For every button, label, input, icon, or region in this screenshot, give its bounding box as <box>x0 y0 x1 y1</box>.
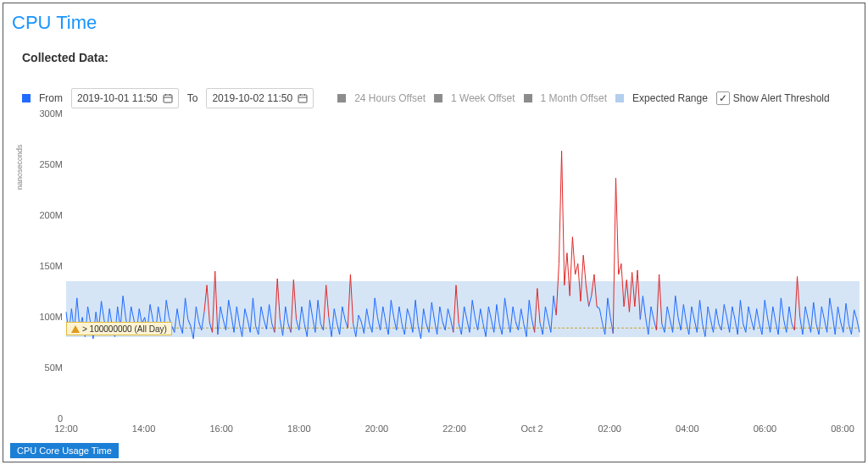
svg-line-115 <box>356 315 359 336</box>
svg-line-209 <box>610 318 613 334</box>
svg-line-59 <box>204 285 207 313</box>
offset-24h-toggle[interactable]: 24 Hours Offset <box>354 92 426 104</box>
to-date-input[interactable]: 2019-10-02 11:50 <box>206 88 314 108</box>
chart-area: nanoseconds > 100000000 (All Day) 050M10… <box>19 113 860 435</box>
svg-line-109 <box>340 307 342 335</box>
svg-line-244 <box>705 307 708 336</box>
y-tick: 300M <box>34 108 63 119</box>
svg-line-50 <box>180 325 182 334</box>
svg-line-295 <box>843 303 846 332</box>
svg-line-162 <box>483 324 486 336</box>
svg-line-131 <box>399 307 402 324</box>
svg-line-194 <box>570 237 572 296</box>
svg-line-89 <box>286 307 288 324</box>
svg-line-236 <box>683 304 686 321</box>
svg-line-217 <box>632 272 635 307</box>
svg-line-280 <box>803 307 805 335</box>
svg-line-110 <box>342 307 345 319</box>
collected-data-label: Collected Data: <box>22 51 108 64</box>
svg-line-78 <box>256 326 259 335</box>
offset-1m-toggle[interactable]: 1 Month Offset <box>541 92 608 104</box>
alert-threshold-badge[interactable]: > 100000000 (All Day) <box>66 322 172 335</box>
svg-line-83 <box>270 304 272 324</box>
svg-line-71 <box>236 307 239 324</box>
svg-line-124 <box>381 307 383 330</box>
svg-line-105 <box>329 318 331 337</box>
series-button[interactable]: CPU Core Usage Time <box>10 443 119 458</box>
svg-line-201 <box>589 296 592 307</box>
offset-1w-toggle[interactable]: 1 Week Offset <box>451 92 515 104</box>
svg-line-193 <box>567 253 570 296</box>
metrics-panel: CPU Time Collected Data: From 2019-10-01… <box>3 3 865 462</box>
svg-line-300 <box>857 319 860 332</box>
plot-area[interactable]: > 100000000 (All Day) <box>66 113 860 435</box>
svg-line-145 <box>437 307 440 335</box>
svg-line-252 <box>726 318 729 333</box>
svg-line-140 <box>424 309 426 324</box>
svg-line-243 <box>703 324 705 336</box>
svg-line-210 <box>613 178 615 334</box>
svg-line-205 <box>599 309 602 323</box>
show-alert-threshold-checkbox[interactable]: ✓ Show Alert Threshold <box>716 91 830 105</box>
svg-line-285 <box>816 324 819 335</box>
x-tick: Oct 2 <box>520 423 542 434</box>
svg-line-231 <box>670 319 672 332</box>
show-alert-threshold-label: Show Alert Threshold <box>733 92 830 104</box>
svg-line-249 <box>719 324 721 330</box>
svg-line-182 <box>537 288 540 323</box>
svg-line-198 <box>581 255 583 301</box>
from-label: From <box>39 92 63 104</box>
svg-line-39 <box>150 304 153 319</box>
svg-line-52 <box>186 298 188 319</box>
svg-line-146 <box>440 307 442 322</box>
from-date-input[interactable]: 2019-10-01 11:50 <box>71 88 179 108</box>
svg-line-290 <box>830 298 832 315</box>
svg-line-271 <box>778 298 781 335</box>
svg-line-135 <box>410 318 413 333</box>
svg-line-220 <box>640 296 643 319</box>
svg-line-79 <box>259 307 261 335</box>
svg-line-176 <box>521 309 524 324</box>
svg-line-218 <box>635 270 637 307</box>
x-tick: 02:00 <box>598 423 621 434</box>
svg-line-64 <box>218 307 220 335</box>
y-tick: 150M <box>34 261 63 271</box>
svg-line-155 <box>465 307 467 319</box>
svg-line-187 <box>551 296 554 332</box>
svg-line-278 <box>798 277 800 318</box>
svg-line-160 <box>478 309 481 330</box>
svg-line-225 <box>654 319 656 330</box>
svg-line-42 <box>159 307 161 322</box>
svg-line-63 <box>215 271 218 335</box>
x-tick: 04:00 <box>676 423 699 434</box>
x-tick: 22:00 <box>442 423 466 434</box>
svg-line-151 <box>453 285 456 333</box>
svg-line-111 <box>345 319 348 328</box>
svg-line-254 <box>732 307 735 319</box>
svg-line-55 <box>193 307 196 339</box>
svg-line-156 <box>467 319 470 332</box>
svg-line-294 <box>841 322 843 333</box>
svg-line-82 <box>266 304 269 329</box>
svg-line-206 <box>603 323 605 335</box>
svg-line-259 <box>746 307 748 332</box>
svg-line-279 <box>800 318 803 335</box>
svg-line-53 <box>188 319 191 326</box>
svg-line-284 <box>814 302 816 324</box>
svg-line-196 <box>576 263 578 274</box>
svg-line-106 <box>331 309 334 337</box>
x-tick: 12:00 <box>54 423 78 434</box>
svg-line-202 <box>592 274 594 296</box>
svg-line-66 <box>223 319 225 330</box>
svg-line-158 <box>472 300 475 317</box>
svg-line-62 <box>213 271 215 332</box>
svg-line-177 <box>524 324 526 336</box>
svg-line-154 <box>461 307 464 335</box>
svg-line-248 <box>716 309 719 324</box>
svg-line-233 <box>676 296 678 317</box>
svg-line-183 <box>540 323 542 335</box>
checkbox-checked-icon: ✓ <box>716 91 730 105</box>
svg-line-213 <box>621 263 624 307</box>
svg-line-197 <box>578 263 581 301</box>
svg-line-281 <box>805 307 808 319</box>
